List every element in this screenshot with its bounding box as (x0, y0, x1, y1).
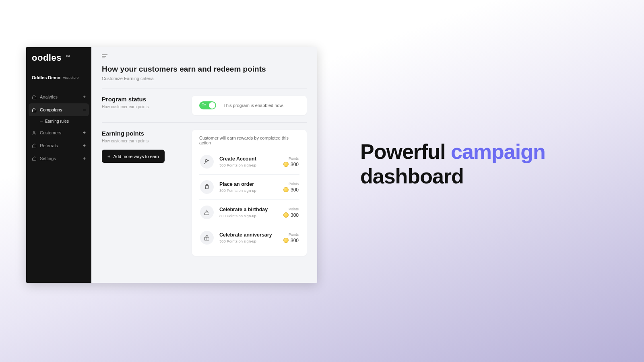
points-label: Points (283, 182, 299, 186)
gift-icon (200, 231, 214, 245)
rule-subtitle: 300 Points on sign-up (219, 214, 268, 218)
sidebar-item-label: Settings (40, 156, 56, 161)
points-label: Points (283, 232, 299, 237)
expand-icon: + (83, 156, 86, 161)
store-selector[interactable]: Oddles Demo Visit store (26, 68, 91, 83)
rule-create-account[interactable]: Create Account300 Points on sign-up Poin… (199, 149, 299, 175)
status-message: This program is enabbled now. (223, 103, 284, 108)
collapse-icon: – (83, 107, 86, 113)
rule-anniversary[interactable]: Celebrate anniversary300 Points on sign-… (199, 225, 299, 250)
divider (102, 88, 307, 88)
hero-word: Powerful (360, 140, 446, 163)
add-button-label: Add more ways to earn (114, 154, 159, 159)
plus-icon: + (107, 153, 111, 159)
points-value: 300 (291, 162, 299, 167)
toggle-label: On (202, 103, 206, 106)
coin-icon (283, 162, 289, 167)
page-title: How your customers earn and redeem point… (102, 65, 307, 74)
sidebar-subitem-earning-rules[interactable]: Earning rules (26, 116, 91, 126)
rule-list: Create Account300 Points on sign-up Poin… (199, 149, 299, 250)
coin-icon (283, 238, 289, 243)
section-subtitle: How customer earn points (102, 139, 183, 143)
coin-icon (283, 187, 289, 192)
rule-title: Celebrate a birthday (219, 207, 268, 212)
cake-icon (200, 206, 214, 219)
sidebar-item-label: Referrals (40, 143, 58, 148)
cart-icon (200, 180, 214, 194)
sidebar-item-campaigns[interactable]: Compaigns – (29, 103, 89, 116)
page-subtitle: Customize Earning criteria (102, 76, 307, 81)
sidebar-item-label: Customers (40, 130, 61, 135)
expand-icon: + (83, 130, 86, 136)
sidebar-item-label: Analytics (40, 95, 58, 99)
hero-text: Powerful campaign dashboard (360, 140, 578, 189)
sidebar-item-settings[interactable]: Settings + (26, 152, 91, 165)
points-value: 300 (291, 212, 299, 218)
points-label: Points (283, 207, 299, 211)
rule-title: Place an order (219, 181, 256, 187)
trademark-icon: TM (66, 54, 70, 57)
rule-title: Celebrate anniversary (219, 232, 272, 238)
hero-line-2: dashboard (360, 164, 578, 189)
toggle-knob-icon (209, 102, 215, 109)
sidebar-item-referrals[interactable]: Referrals + (26, 139, 91, 152)
logo-wrap: oodles TM (26, 53, 91, 68)
sidebar-item-customers[interactable]: Customers + (26, 126, 91, 139)
expand-icon: + (83, 94, 86, 100)
home-icon (32, 95, 37, 99)
rule-title: Create Account (219, 156, 256, 162)
sidebar-subitem-label: Earning rules (45, 119, 69, 123)
points-value: 300 (291, 238, 299, 243)
svg-point-1 (205, 160, 207, 162)
section-title: Program status (102, 96, 183, 103)
earning-points-row: Earning points How customer earn points … (102, 130, 307, 256)
hero-line-1: Powerful campaign (360, 140, 578, 164)
program-status-row: Program status How customer earn points … (102, 96, 307, 115)
menu-icon[interactable] (102, 54, 107, 58)
section-header: Program status How customer earn points (102, 96, 183, 115)
points-label: Points (283, 156, 299, 160)
status-card: On This program is enabbled now. (192, 96, 307, 115)
app-window: oodles TM Oddles Demo Visit store Analyt… (26, 47, 317, 283)
logo: oodles (32, 53, 86, 63)
sidebar: oodles TM Oddles Demo Visit store Analyt… (26, 47, 91, 283)
sidebar-nav: Analytics + Compaigns – Earning rules Cu… (26, 90, 91, 165)
sidebar-item-label: Compaigns (40, 107, 62, 112)
svg-point-0 (33, 131, 35, 133)
rule-subtitle: 300 Points on sign-up (219, 188, 256, 193)
expand-icon: + (83, 143, 86, 148)
divider (102, 122, 307, 123)
visit-store-link[interactable]: Visit store (63, 76, 78, 80)
user-plus-icon (200, 155, 214, 169)
coin-icon (283, 212, 289, 218)
earning-rules-card: Customer will earn rewards by completed … (192, 130, 307, 256)
card-heading: Customer will earn rewards by completed … (199, 136, 299, 145)
program-toggle[interactable]: On (199, 101, 216, 109)
rule-subtitle: 300 Points on sign-up (219, 163, 256, 167)
main-content: How your customers earn and redeem point… (91, 47, 317, 283)
points-value: 300 (291, 187, 299, 193)
tree-line-icon (40, 121, 43, 121)
section-subtitle: How customer earn points (102, 105, 183, 109)
add-ways-button[interactable]: + Add more ways to earn (102, 150, 165, 163)
store-name: Oddles Demo (32, 75, 60, 80)
user-icon (32, 130, 37, 135)
section-header: Earning points How customer earn points … (102, 130, 183, 256)
section-title: Earning points (102, 130, 183, 137)
home-icon (32, 107, 37, 112)
hero-word-accent: campaign (451, 140, 545, 163)
rule-subtitle: 300 Points on sign-up (219, 239, 272, 243)
rule-birthday[interactable]: Celebrate a birthday300 Points on sign-u… (199, 200, 299, 225)
sidebar-item-analytics[interactable]: Analytics + (26, 90, 91, 103)
gear-icon (32, 156, 37, 161)
rule-place-order[interactable]: Place an order300 Points on sign-up Poin… (199, 175, 299, 200)
share-icon (32, 143, 37, 148)
